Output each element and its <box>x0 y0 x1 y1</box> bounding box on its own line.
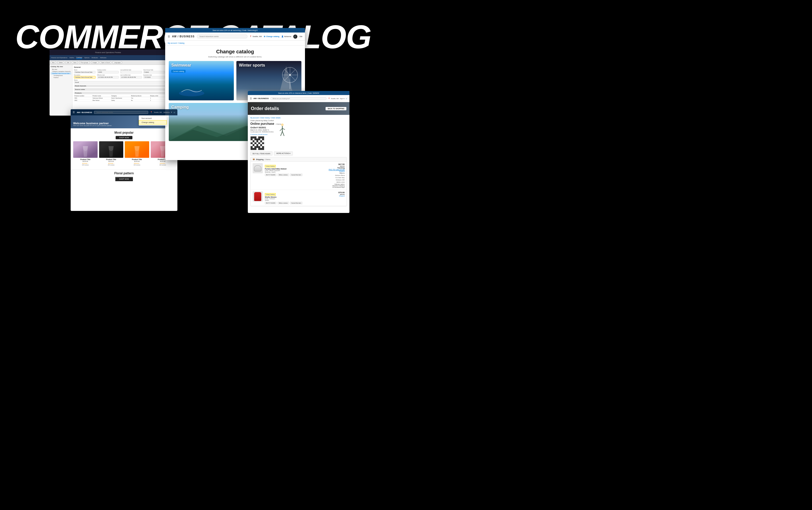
fo-content: Catalog: My view My view Category naviga… <box>50 65 167 115</box>
order-item-2-review-btn[interactable]: Write a review <box>278 202 289 204</box>
fo-value-last-pub: - <box>120 71 142 73</box>
home-nav-location: Seattle, WA <box>154 112 162 113</box>
fo-btn-excel[interactable]: Open in Excel <box>100 61 111 64</box>
order-item-2-img <box>253 191 263 202</box>
cat-user-text: Adrianna <box>284 36 291 37</box>
order-item-1-buy-btn[interactable]: BUY IT AGAIN <box>265 174 277 176</box>
cat-swimwear-title: Swimwear <box>171 63 191 68</box>
fo-tree-catalog[interactable]: My view <box>51 68 71 70</box>
fo-btn-delete[interactable]: Delete <box>57 61 64 64</box>
order-shipping-header: 📦 Shipping 2 Items <box>251 157 347 161</box>
order-item-2-status: Shipped <box>331 195 345 197</box>
fo-tree-fashion[interactable]: Fashion <box>51 77 71 79</box>
cat-nav-location: 📍 Seattle, WA <box>250 36 262 38</box>
fo-toolbar: New Delete Edit Save Price groups Images… <box>50 60 167 65</box>
fo-value-start: Publish <box>143 71 165 73</box>
fo-tree-selected[interactable]: Fabrikam Semi-Annual Sale <box>51 72 71 74</box>
product-1-title: Product Title <box>73 158 97 160</box>
order-item-2-details: Using Catalog Shells Gloves Color: Crims… <box>265 191 329 204</box>
order-hero-title: Order details <box>251 106 279 111</box>
table-row: 0001 Swimwear Deluxe Suits & Sportswear … <box>74 97 165 99</box>
cat-change-catalog-btn[interactable]: ⊞ Change catalog <box>264 36 279 38</box>
order-item-1-review-btn[interactable]: Write a review <box>278 174 289 176</box>
more-actions-btn[interactable]: MORE ACTIONS ▾ <box>274 151 293 155</box>
cat-nav-cart[interactable]: 🛒 <box>293 35 297 39</box>
fo-label-mod: Last modified date <box>120 74 142 76</box>
order-item-2-cancel-btn[interactable]: Cancel this item <box>290 202 302 204</box>
order-search-input[interactable] <box>270 97 326 100</box>
home-floral-btn[interactable]: SHOP NOW <box>115 177 133 181</box>
order-type: Online purchase <box>250 122 274 125</box>
home-nav-cart[interactable]: 🛒 <box>174 112 175 113</box>
order-item-1-cancel-btn[interactable]: Cancel this item <box>290 174 302 176</box>
order-nav-location: Seattle, WA <box>331 98 339 99</box>
fo-products-bar: Products <box>74 92 165 94</box>
fo-tree-catalog-name[interactable]: Category navigation hierarchy <box>51 70 71 72</box>
cat-search-input[interactable] <box>197 35 248 38</box>
home-shop-now-btn[interactable]: SHOP NOW <box>116 136 133 139</box>
fo-label-name: Name <box>74 69 95 71</box>
fo-section-general: General <box>74 66 165 68</box>
fo-value-mod: 1/17/2021 06:36:29 PM <box>120 76 142 79</box>
home-banner-subtitle: Here are some top picks for you or your … <box>73 125 112 126</box>
product-3-img <box>125 141 149 158</box>
fo-btn-price[interactable]: Price groups <box>79 61 90 64</box>
fo-title-text: Finance and Operations Preview <box>52 52 165 53</box>
order-nav-cart[interactable]: 🛒 <box>346 97 347 99</box>
home-products-grid: Product Title $129.95 ★★★★☆ 163 reviews … <box>73 141 175 166</box>
order-item-1: Using Catalog Furano Adult Bike Helmet C… <box>251 161 347 190</box>
fo-field-exp: Expiration date 7/17/2020 <box>143 74 165 79</box>
order-item-2: Using Catalog Shells Gloves Color: Crims… <box>251 190 347 206</box>
fo-value-desc: Fabrikam Semi-Annual Sale <box>74 76 95 79</box>
list-item: Product Title $129.95 ★★★★☆ 163 reviews <box>99 141 123 166</box>
fo-nav-attributes[interactable]: Attributes <box>91 57 98 58</box>
fo-field-eff: Effective date 1/17/2021 08:34:29 PM <box>97 74 119 79</box>
fo-btn-images[interactable]: Images <box>91 61 98 64</box>
fo-col-num: Product number <box>74 95 92 97</box>
catalog-icon: ⊞ <box>264 36 265 38</box>
fo-nav-catalogs[interactable]: Catalogs <box>76 57 82 59</box>
home-dropdown-catalog[interactable]: Change catalog <box>139 120 167 124</box>
fo-nav-attributes2[interactable]: Attributes <box>100 57 106 58</box>
fo-btn-edit[interactable]: Edit <box>65 61 70 64</box>
order-hamburger-icon[interactable]: ☰ <box>250 97 252 100</box>
hamburger-icon[interactable]: ☰ <box>73 111 75 114</box>
helmet-icon <box>254 165 262 172</box>
order-nav-signin[interactable]: Sign In <box>340 98 345 99</box>
order-nav-right: 📍 Seattle, WA Sign In 🛒 <box>328 97 347 99</box>
order-nav: ☰ AW / BUSINESS 📍 Seattle, WA Sign In 🛒 <box>248 95 349 102</box>
home-search-input[interactable] <box>94 111 148 114</box>
fo-field-row-2: Description Fabrikam Semi-Annual Sale Ef… <box>74 74 165 79</box>
order-item-2-buy-btn[interactable]: BUY IT AGAIN <box>265 202 277 204</box>
buy-all-items-again-btn[interactable]: BUY ALL ITEMS AGAIN <box>250 151 272 155</box>
product-4-price: $129.95 <box>151 160 175 162</box>
home-nav-user[interactable]: Adrianna <box>164 112 170 113</box>
fo-tree-uncategorized[interactable]: Uncategorized <box>51 74 71 77</box>
home-dropdown-account[interactable]: Your account <box>139 116 167 120</box>
svg-line-7 <box>285 70 290 75</box>
fo-label-catalog: Catalog number <box>97 69 119 71</box>
order-delivery-option: Delivery optionStandard shipping3-6 busi… <box>329 183 345 188</box>
order-item-1-details: Using Catalog Furano Adult Bike Helmet C… <box>265 163 326 188</box>
cat-site-btn[interactable]: Site <box>299 36 302 37</box>
cat-change-text: Change catalog <box>266 36 279 37</box>
order-invoices: 2 Invoices | Email invoice <box>250 134 347 135</box>
fo-btn-languages[interactable]: Languages <box>113 61 122 64</box>
product-2-stars: ★★★★☆ <box>99 162 123 164</box>
cat-nav-user[interactable]: 👤 Adrianna <box>281 36 291 38</box>
fo-nav-addins[interactable]: AddIns <box>69 57 74 58</box>
cat-hamburger-icon[interactable]: ☰ <box>168 35 170 38</box>
fo-nav-options[interactable]: Options <box>84 57 89 58</box>
svg-line-18 <box>281 131 282 136</box>
fo-nav-file[interactable]: Finance and Operations <box>51 57 67 58</box>
fo-btn-save[interactable]: Save <box>72 61 78 64</box>
order-shipping-section: 📦 Shipping 2 Items Using Catalog Furano … <box>250 157 347 206</box>
fo-btn-new[interactable]: New <box>51 61 56 64</box>
order-hero: Order details BACK TO SHOPPING <box>248 102 349 115</box>
order-tracking-id[interactable]: PKG-TOI 1802 84106 <box>329 169 345 171</box>
back-to-shopping-btn[interactable]: BACK TO SHOPPING <box>325 107 346 110</box>
fo-field-name: Name Fabrikam Semi-Annual Sale <box>74 69 95 73</box>
fo-label-start: Start Annual Sale <box>143 69 165 71</box>
fo-col-name: Product name <box>92 95 111 97</box>
product-2-reviews: 163 reviews <box>99 164 123 166</box>
